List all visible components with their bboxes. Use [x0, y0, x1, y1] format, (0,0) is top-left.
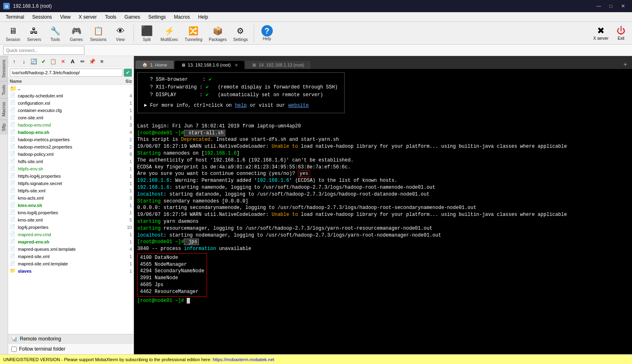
- file-item[interactable]: 📁 ..: [8, 85, 134, 92]
- side-tab-sftp[interactable]: Sftp: [0, 120, 8, 135]
- line-warn2: 19/06/07 16:27:54 WARN util.NativeCodeLo…: [137, 211, 629, 218]
- toolbar-xserver[interactable]: ✖ X server: [590, 25, 612, 41]
- home-tab-label: 1. Home: [150, 62, 167, 67]
- file-item[interactable]: 📄 kms-env.sh 1: [8, 202, 134, 209]
- menu-xserver[interactable]: X server: [75, 13, 101, 21]
- file-item[interactable]: 📄 hadoop-env.cmd 3: [8, 121, 134, 129]
- fp-btn-check[interactable]: ✔: [39, 57, 48, 66]
- menu-macros[interactable]: Macros: [170, 13, 194, 21]
- tab-14[interactable]: 🖥 14. 192.168.1.13 (root): [245, 61, 311, 69]
- path-go-button[interactable]: ✔: [124, 69, 132, 77]
- file-name: configuration.xsl: [18, 101, 120, 106]
- file-panel: ↑ ↓ 🔄 ✔ 📋 ✕ A ✏ 📌 ≡ ✔ Name Siz 📁 .. 📄 ca…: [8, 56, 134, 354]
- toolbar-view[interactable]: 👁 View: [111, 24, 130, 43]
- toolbar-separator-2: [254, 24, 254, 42]
- menu-tools[interactable]: Tools: [101, 13, 121, 21]
- toolbar-tunneling[interactable]: 🔀 Tunneling: [182, 24, 205, 43]
- file-item[interactable]: 📄 hadoop-metrics2.properties 2: [8, 143, 134, 151]
- toolbar-help[interactable]: ? Help: [257, 24, 277, 42]
- path-input[interactable]: [10, 69, 123, 77]
- file-size: 1: [120, 108, 132, 113]
- file-item[interactable]: 📄 mapred-env.sh 1: [8, 238, 134, 246]
- new-tab-button[interactable]: +: [620, 60, 630, 69]
- file-item[interactable]: 📄 mapred-queues.xml.template 4: [8, 246, 134, 253]
- fp-btn-copy[interactable]: 📋: [49, 57, 58, 66]
- file-item[interactable]: 📄 mapred-env.cmd 1: [8, 231, 134, 238]
- remote-monitor-button[interactable]: 📊 Remote monitoring: [8, 334, 134, 343]
- menu-view[interactable]: View: [56, 13, 75, 21]
- file-size: 2: [120, 137, 132, 142]
- info-ssh-browser: ? SSH-browser : ✔: [144, 76, 338, 84]
- line-warn1: 19/06/07 16:27:19 WARN util.NativeCodeLo…: [137, 143, 629, 150]
- file-item[interactable]: 📄 hdfs-site.xml 1: [8, 158, 134, 165]
- side-tab-macros[interactable]: Macros: [0, 98, 8, 120]
- col-size: Siz: [116, 79, 132, 84]
- info-website-link[interactable]: website: [288, 102, 308, 110]
- toolbar-tools[interactable]: 🔧 Tools: [45, 24, 65, 43]
- menu-help[interactable]: Help: [194, 13, 212, 21]
- toolbar-games[interactable]: 🎮 Games: [67, 24, 86, 43]
- file-item[interactable]: 📄 container-executor.cfg 1: [8, 107, 134, 114]
- toolbar-packages[interactable]: 📦 Packages: [207, 24, 229, 43]
- file-item[interactable]: 📄 httpfs-log4j.properties 1: [8, 172, 134, 180]
- file-size: 1: [120, 166, 132, 171]
- quick-connect-input[interactable]: [3, 46, 84, 55]
- toolbar-exit[interactable]: ⏻ Exit: [613, 25, 629, 41]
- toolbar-servers[interactable]: 🖧 Servers: [24, 24, 44, 43]
- tab-13[interactable]: 🖥 13. 192.168.1.6 (root) ✕: [175, 61, 245, 69]
- follow-folder-checkbox[interactable]: [11, 347, 17, 352]
- status-link[interactable]: https://mobaxterm.mobatek.net: [213, 357, 274, 362]
- file-item[interactable]: 📄 hadoop-policy.xml 9: [8, 151, 134, 158]
- file-item[interactable]: 📄 mapred-site.xml.template 1: [8, 260, 134, 267]
- toolbar-multiexec[interactable]: ⚡ MultiExec: [158, 24, 181, 43]
- toolbar-sessions[interactable]: 📋 Sessions: [88, 24, 109, 43]
- file-item[interactable]: 📄 httpfs-site.xml 1: [8, 187, 134, 194]
- fp-btn-up[interactable]: ↑: [10, 57, 19, 66]
- file-name: capacity-scheduler.xml: [18, 93, 120, 98]
- info-help-link[interactable]: help: [235, 102, 247, 110]
- file-item[interactable]: 📄 httpfs-env.sh 1: [8, 165, 134, 172]
- minimize-button[interactable]: —: [593, 2, 604, 11]
- fp-btn-pin[interactable]: 📌: [88, 57, 97, 66]
- exit-icon: ⏻: [617, 26, 626, 36]
- file-item[interactable]: 📄 hadoop-env.sh 4: [8, 129, 134, 136]
- file-item[interactable]: 📁 slaves 1: [8, 267, 134, 275]
- menu-games[interactable]: Games: [121, 13, 145, 21]
- fp-btn-down[interactable]: ↓: [19, 57, 28, 66]
- quick-connect-bar: [0, 45, 632, 56]
- file-panel-toolbar: ↑ ↓ 🔄 ✔ 📋 ✕ A ✏ 📌 ≡: [8, 56, 134, 67]
- tab-home[interactable]: 🏠 1. Home: [136, 60, 174, 69]
- menu-settings[interactable]: Settings: [144, 13, 170, 21]
- file-item[interactable]: 📄 capacity-scheduler.xml 4: [8, 92, 134, 99]
- file-item[interactable]: 📄 hadoop-metrics.properties 2: [8, 136, 134, 143]
- file-item[interactable]: 📄 kms-log4j.properties 1: [8, 209, 134, 216]
- file-item[interactable]: 📄 configuration.xsl 1: [8, 99, 134, 107]
- file-item[interactable]: 📄 core-site.xml 1: [8, 114, 134, 121]
- side-tab-sessions[interactable]: Sessions: [0, 56, 8, 81]
- info-help-line: ► For more info, ctrl+click on help or v…: [144, 102, 338, 110]
- fp-btn-a[interactable]: A: [68, 57, 77, 66]
- toolbar-split[interactable]: ⬛ Split: [137, 24, 157, 43]
- file-item[interactable]: 📄 log4j.properties 10: [8, 224, 134, 231]
- tab13-close[interactable]: ✕: [235, 63, 238, 67]
- file-icon: 📄: [10, 239, 16, 245]
- maximize-button[interactable]: □: [605, 2, 617, 11]
- file-item[interactable]: 📄 kms-acls.xml 3: [8, 194, 134, 202]
- side-tab-tools[interactable]: Tools: [0, 81, 8, 99]
- close-button[interactable]: ✕: [617, 2, 629, 11]
- menu-sessions[interactable]: Sessions: [28, 13, 56, 21]
- file-item[interactable]: 📄 kms-site.xml 5: [8, 216, 134, 224]
- file-icon: 📁: [10, 85, 16, 92]
- fp-btn-menu[interactable]: ≡: [97, 57, 106, 66]
- fp-btn-refresh[interactable]: 🔄: [29, 57, 38, 66]
- menu-terminal[interactable]: Terminal: [2, 13, 28, 21]
- fp-btn-delete[interactable]: ✕: [58, 57, 67, 66]
- file-item[interactable]: 📄 httpfs-signature.secret 1: [8, 180, 134, 187]
- toolbar-session[interactable]: 🖥 Session: [3, 24, 23, 43]
- toolbar-settings[interactable]: ⚙ Settings: [231, 24, 250, 43]
- fp-btn-edit[interactable]: ✏: [78, 57, 87, 66]
- servers-icon: 🖧: [28, 24, 41, 37]
- toolbar-separator-1: [134, 24, 134, 42]
- file-item[interactable]: 📄 mapred-site.xml 1: [8, 253, 134, 260]
- terminal-content[interactable]: ? SSH-browser : ✔ ? X11-forwarding : ✔ (…: [134, 69, 632, 354]
